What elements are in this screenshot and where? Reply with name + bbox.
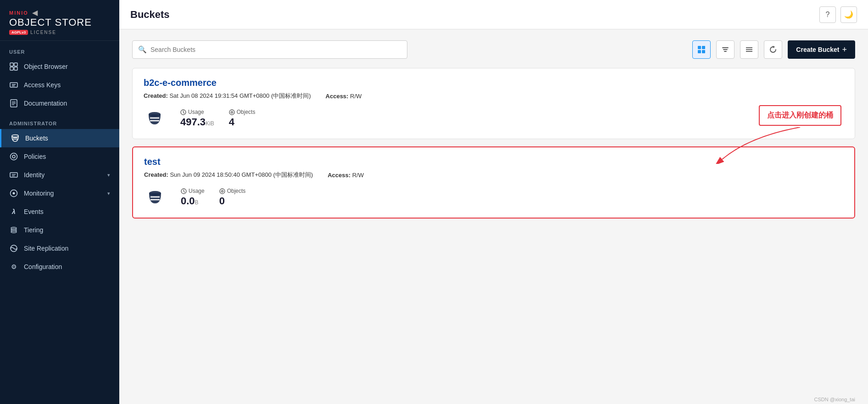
access-keys-label: Access Keys [24,81,61,89]
user-section-label: User [0,41,119,57]
help-button[interactable]: ? [819,6,836,23]
sidebar-logo: MINIO ◀ OBJECT STORE AGPLv3 LICENSE [0,0,119,41]
license-text: LICENSE [30,30,56,35]
site-replication-label: Site Replication [24,245,68,252]
page-title: Buckets [130,9,170,21]
sidebar-item-documentation[interactable]: Documentation [0,94,119,112]
filter-button[interactable] [716,40,734,59]
sidebar: MINIO ◀ OBJECT STORE AGPLv3 LICENSE User… [0,0,119,404]
access-value-b2c: R/W [350,93,362,100]
bucket-card-b2c-e-commerce[interactable]: b2c-e-commerce Created: Sat Jun 08 2024 … [132,68,855,139]
create-bucket-button[interactable]: Create Bucket + [788,40,855,59]
object-browser-icon [9,62,18,71]
sidebar-item-object-browser[interactable]: Object Browser [0,57,119,76]
svg-point-48 [221,190,223,192]
monitoring-chevron-icon: ▾ [107,191,110,196]
configuration-icon: ⚙ [9,262,18,271]
buckets-label: Buckets [25,135,48,142]
objects-stat-b2c: Objects 4 [229,109,256,128]
sidebar-item-site-replication[interactable]: Site Replication [0,239,119,258]
grid-view-button[interactable] [692,40,711,59]
bucket-access-test: Access: R/W [328,172,364,179]
usage-value-b2c: 497.3KiB [180,116,214,128]
svg-rect-0 [10,63,13,66]
objects-stat-test: Objects 0 [219,188,246,207]
bucket-meta-b2c: Created: Sat Jun 08 2024 19:31:54 GMT+08… [144,92,844,100]
svg-rect-25 [698,46,701,49]
svg-rect-26 [702,46,705,49]
svg-rect-27 [698,50,701,53]
sidebar-item-policies[interactable]: Policies [0,147,119,166]
sidebar-item-access-keys[interactable]: Access Keys [0,76,119,94]
access-label-test: Access: [328,172,351,179]
access-value-test: R/W [352,172,364,179]
site-replication-icon [9,244,18,253]
svg-point-11 [12,135,18,137]
bucket-created-test: Created: Sun Jun 09 2024 18:50:40 GMT+08… [144,171,313,179]
create-bucket-plus-icon: + [842,45,847,55]
sidebar-item-identity[interactable]: Identity ▾ [0,166,119,184]
svg-rect-2 [10,67,13,70]
dark-mode-button[interactable]: 🌙 [840,6,857,23]
usage-value-test: 0.0B [181,195,205,207]
bucket-created-label-b2c: Created: Sat Jun 08 2024 19:31:54 GMT+08… [144,92,311,100]
license-badge: AGPLv3 [9,30,28,35]
monitoring-label: Monitoring [24,190,54,197]
documentation-label: Documentation [24,100,67,107]
search-icon: 🔍 [138,45,147,54]
list-view-button[interactable] [740,40,758,59]
objects-label-b2c: Objects [237,109,256,115]
bucket-access-b2c: Access: R/W [326,93,362,100]
usage-stat-b2c: Usage 497.3KiB [180,109,214,128]
bucket-card-test[interactable]: test Created: Sun Jun 09 2024 18:50:40 G… [132,146,855,219]
objects-value-test: 0 [219,195,246,207]
page-footer: CSDN @xiong_tai [119,393,868,404]
objects-label-test: Objects [227,188,246,194]
access-label-b2c: Access: [326,93,349,100]
created-label-b2c: Created: [144,92,168,99]
logo-rest: STORE [51,17,92,28]
usage-label-b2c: Usage [188,109,204,115]
bucket-stats-b2c: Usage 497.3KiB Objects 4 [144,107,844,129]
bucket-test-wrapper: 点击进入刚创建的桶 test Created: Sun Jun 09 2024 … [132,146,855,219]
usage-label-test: Usage [189,188,205,194]
objects-value-b2c: 4 [229,116,256,128]
configuration-label: Configuration [24,263,62,270]
documentation-icon [9,99,18,108]
svg-point-38 [229,110,234,115]
svg-point-23 [11,231,17,233]
tiering-label: Tiering [24,226,43,234]
search-box[interactable]: 🔍 [132,40,407,59]
created-value-b2c: Sat Jun 08 2024 19:31:54 GMT+0800 (中国标准时… [169,92,311,99]
created-value-test: Sun Jun 09 2024 18:50:40 GMT+0800 (中国标准时… [170,171,313,178]
sidebar-item-events[interactable]: λ Events [0,202,119,221]
bucket-icon-b2c [144,107,166,129]
svg-rect-16 [10,173,17,177]
policies-label: Policies [24,153,46,160]
events-label: Events [24,208,44,215]
sidebar-item-buckets[interactable]: Buckets [0,129,119,147]
search-input[interactable] [150,46,401,53]
buckets-icon [11,134,20,143]
collapse-sidebar-button[interactable]: ◀ [32,8,38,17]
logo-minio-text: MINIO [9,10,28,16]
bucket-icon-test [144,186,166,208]
svg-rect-4 [10,83,17,87]
logo-bold: OBJECT [9,17,51,28]
svg-point-39 [231,111,233,113]
usage-stat-test: Usage 0.0B [181,188,205,207]
svg-point-15 [12,155,15,158]
identity-chevron-icon: ▾ [107,172,110,178]
identity-icon [9,170,18,180]
policies-icon [9,152,18,161]
sidebar-item-configuration[interactable]: ⚙ Configuration [0,258,119,276]
sidebar-item-monitoring[interactable]: Monitoring ▾ [0,184,119,202]
refresh-button[interactable] [764,40,782,59]
topbar: Buckets ? 🌙 [119,0,868,29]
bucket-name-b2c: b2c-e-commerce [144,78,844,88]
topbar-actions: ? 🌙 [819,6,857,23]
sidebar-item-tiering[interactable]: Tiering [0,221,119,239]
footer-text: CSDN @xiong_tai [814,397,855,402]
svg-rect-28 [702,50,705,53]
svg-line-46 [184,191,185,192]
